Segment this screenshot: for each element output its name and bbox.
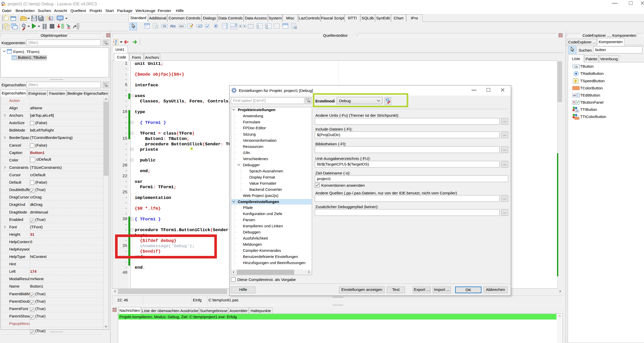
svg-text:Abc: Abc bbox=[170, 24, 176, 28]
svg-text:abcI: abcI bbox=[179, 25, 184, 28]
svg-text:Ok: Ok bbox=[576, 110, 579, 112]
svg-text:Ok: Ok bbox=[163, 25, 166, 28]
svg-text:abI: abI bbox=[573, 94, 576, 97]
svg-text:Ok: Ok bbox=[575, 65, 578, 68]
svg-text:Ok: Ok bbox=[294, 27, 297, 29]
